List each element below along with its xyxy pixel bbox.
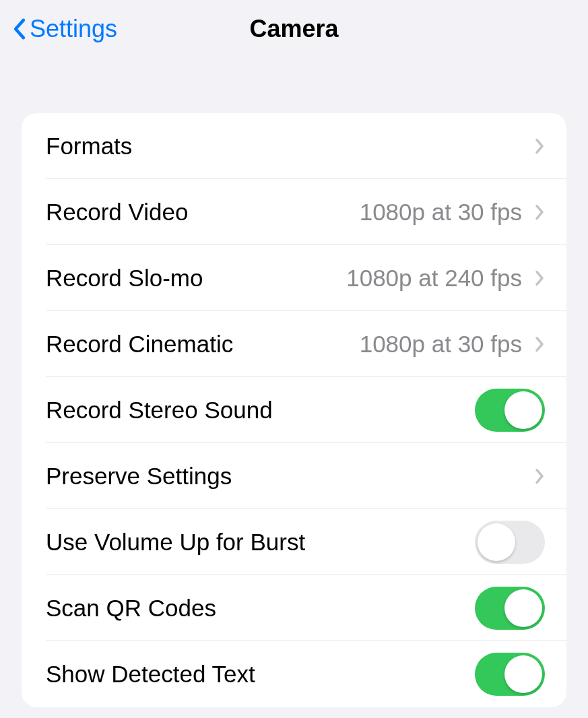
toggle-detected-text[interactable] [475,653,545,696]
chevron-right-icon [534,203,545,222]
row-accessory: 1080p at 30 fps [360,331,545,358]
toggle-knob [504,655,542,693]
row-scan-qr: Scan QR Codes [22,575,566,641]
row-label: Record Video [46,199,188,226]
row-record-stereo: Record Stereo Sound [22,377,566,443]
row-value: 1080p at 240 fps [346,265,522,292]
page-title: Camera [249,15,338,43]
row-accessory: 1080p at 240 fps [346,265,545,292]
row-label: Show Detected Text [46,661,255,688]
row-label: Preserve Settings [46,463,232,490]
navigation-bar: Settings Camera [0,0,588,53]
row-accessory: 1080p at 30 fps [360,199,545,226]
row-volume-burst: Use Volume Up for Burst [22,509,566,575]
chevron-right-icon [534,335,545,354]
row-record-cinematic[interactable]: Record Cinematic 1080p at 30 fps [22,311,566,377]
row-record-slomo[interactable]: Record Slo-mo 1080p at 240 fps [22,245,566,311]
row-preserve-settings[interactable]: Preserve Settings [22,443,566,509]
chevron-right-icon [534,137,545,156]
toggle-knob [504,589,542,627]
toggle-knob [504,391,542,429]
row-label: Record Slo-mo [46,265,203,292]
toggle-knob [478,523,515,561]
content: Formats Record Video 1080p at 30 fps Rec… [0,53,588,707]
row-formats[interactable]: Formats [22,113,566,179]
settings-group: Formats Record Video 1080p at 30 fps Rec… [22,113,566,707]
toggle-volume-burst[interactable] [475,521,545,564]
row-value: 1080p at 30 fps [360,331,522,358]
row-label: Use Volume Up for Burst [46,529,305,556]
toggle-record-stereo[interactable] [475,389,545,432]
row-detected-text: Show Detected Text [22,641,566,707]
row-label: Formats [46,133,132,160]
back-label: Settings [30,15,117,43]
row-value: 1080p at 30 fps [360,199,522,226]
row-label: Record Cinematic [46,331,233,358]
toggle-scan-qr[interactable] [475,587,545,630]
back-button[interactable]: Settings [12,15,117,43]
row-accessory [534,467,545,486]
chevron-left-icon [12,17,27,41]
row-record-video[interactable]: Record Video 1080p at 30 fps [22,179,566,245]
row-label: Scan QR Codes [46,595,216,622]
row-label: Record Stereo Sound [46,397,273,424]
chevron-right-icon [534,467,545,486]
chevron-right-icon [534,269,545,288]
row-accessory [534,137,545,156]
